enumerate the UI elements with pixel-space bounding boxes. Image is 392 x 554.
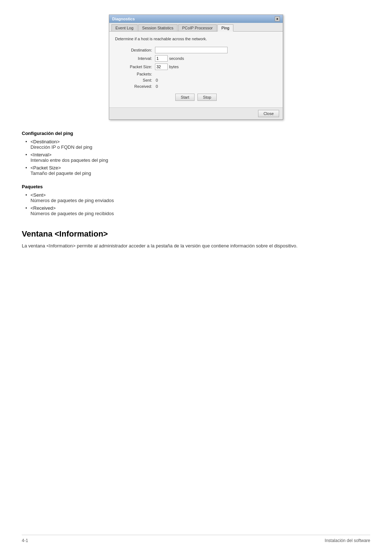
interval-term: <Interval> [30, 152, 370, 157]
configuracion-list: <Destination> Dirección IP o FQDN del pi… [22, 139, 370, 176]
list-item-interval: <Interval> Intervalo entre dos paquetes … [25, 152, 370, 163]
page-number: 4-1 [22, 538, 28, 543]
packet-size-desc: Tamaño del paquete del ping [30, 171, 370, 176]
tab-pcoip-processor[interactable]: PCoIP Processor [178, 24, 217, 31]
interval-label: Interval: [115, 56, 155, 61]
interval-row: Interval: seconds [115, 55, 277, 62]
packets-row: Packets: [115, 72, 277, 76]
list-item-received: <Received> Números de paquetes de ping r… [25, 205, 370, 216]
interval-input[interactable] [155, 55, 168, 62]
sent-label: Sent: [115, 78, 155, 82]
list-item-destination: <Destination> Dirección IP o FQDN del pi… [25, 139, 370, 150]
received-row: Received: 0 [115, 84, 277, 89]
sent-row: Sent: 0 [115, 78, 277, 82]
dialog-tab-bar: Event Log Session Statistics PCoIP Proce… [109, 23, 283, 32]
dialog-close-row: Close [109, 107, 283, 119]
ventana-title: Ventana <Information> [22, 229, 370, 239]
destination-input[interactable] [155, 47, 228, 53]
sent-value: 0 [156, 78, 158, 82]
packet-size-term: <Packet Size> [30, 165, 370, 171]
dialog-title: Diagnostics [112, 17, 135, 21]
paquetes-heading: Paquetes [22, 184, 370, 189]
ventana-section: Ventana <Information> La ventana <Inform… [22, 229, 370, 250]
paquetes-list: <Sent> Números de paquetes de ping envia… [22, 192, 370, 216]
destination-term: <Destination> [30, 139, 370, 144]
list-item-packet-size: <Packet Size> Tamaño del paquete del pin… [25, 165, 370, 176]
dialog-container: Diagnostics × Event Log Session Statisti… [22, 15, 370, 120]
packets-label: Packets: [115, 72, 155, 76]
packet-size-row: Packet Size: bytes [115, 63, 277, 70]
tab-ping[interactable]: Ping [217, 24, 233, 32]
destination-label: Destination: [115, 48, 155, 52]
dialog-titlebar: Diagnostics × [109, 15, 283, 23]
tab-session-statistics[interactable]: Session Statistics [138, 24, 177, 31]
dialog-action-buttons: Start Stop [115, 94, 277, 101]
sent-term: <Sent> [30, 192, 370, 198]
interval-desc: Intervalo entre dos paquetes del ping [30, 157, 370, 163]
diagnostics-dialog: Diagnostics × Event Log Session Statisti… [109, 15, 283, 120]
configuracion-heading: Configuración del ping [22, 131, 370, 136]
destination-desc: Dirección IP o FQDN del ping [30, 144, 370, 150]
page-footer: 4-1 Instalación del software [22, 535, 370, 543]
packet-size-unit: bytes [169, 65, 179, 69]
start-button[interactable]: Start [175, 94, 195, 101]
paquetes-section: Paquetes <Sent> Números de paquetes de p… [22, 184, 370, 216]
received-label: Received: [115, 84, 155, 89]
packet-size-input[interactable] [155, 63, 168, 70]
footer-section: Instalación del software [325, 538, 370, 543]
dialog-body: Determine if a host is reachable across … [109, 32, 283, 107]
stop-button[interactable]: Stop [197, 94, 217, 101]
list-item-sent: <Sent> Números de paquetes de ping envia… [25, 192, 370, 203]
ventana-desc: La ventana <Information> permite al admi… [22, 242, 348, 250]
tab-event-log[interactable]: Event Log [111, 24, 138, 31]
close-button[interactable]: Close [258, 110, 279, 117]
sent-desc: Números de paquetes de ping enviados [30, 198, 370, 203]
dialog-close-x-button[interactable]: × [275, 16, 280, 21]
dialog-description: Determine if a host is reachable across … [115, 37, 277, 41]
configuracion-section: Configuración del ping <Destination> Dir… [22, 131, 370, 176]
received-term: <Received> [30, 205, 370, 211]
destination-row: Destination: [115, 47, 277, 53]
packet-size-label: Packet Size: [115, 65, 155, 69]
received-value: 0 [156, 84, 158, 89]
received-desc: Números de paquetes de ping recibidos [30, 211, 370, 216]
interval-unit: seconds [169, 56, 184, 61]
